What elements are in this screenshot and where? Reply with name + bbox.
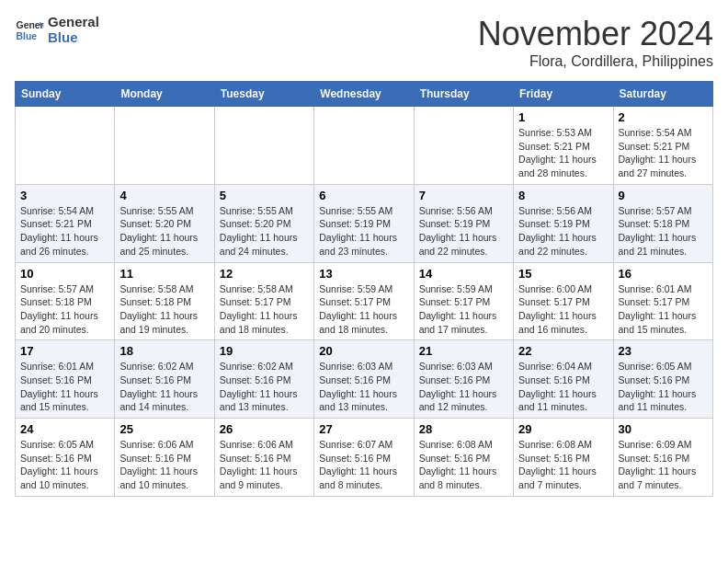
calendar-cell: 20Sunrise: 6:03 AM Sunset: 5:16 PM Dayli…	[314, 340, 414, 419]
calendar-cell	[314, 107, 414, 185]
day-info: Sunrise: 5:57 AM Sunset: 5:18 PM Dayligh…	[20, 282, 109, 337]
calendar-cell: 3Sunrise: 5:54 AM Sunset: 5:21 PM Daylig…	[16, 184, 115, 262]
calendar-cell: 8Sunrise: 5:56 AM Sunset: 5:19 PM Daylig…	[514, 184, 613, 262]
calendar-cell: 27Sunrise: 6:07 AM Sunset: 5:16 PM Dayli…	[314, 419, 414, 497]
day-info: Sunrise: 5:59 AM Sunset: 5:17 PM Dayligh…	[419, 282, 508, 337]
day-number: 24	[20, 422, 109, 436]
day-number: 1	[518, 110, 608, 124]
day-info: Sunrise: 6:09 AM Sunset: 5:16 PM Dayligh…	[619, 438, 708, 492]
day-number: 9	[619, 189, 708, 202]
day-info: Sunrise: 6:03 AM Sunset: 5:16 PM Dayligh…	[419, 360, 508, 414]
calendar-cell: 12Sunrise: 5:58 AM Sunset: 5:17 PM Dayli…	[214, 262, 313, 340]
calendar-cell: 21Sunrise: 6:03 AM Sunset: 5:16 PM Dayli…	[414, 340, 513, 419]
day-info: Sunrise: 5:57 AM Sunset: 5:18 PM Dayligh…	[619, 204, 708, 259]
day-number: 29	[518, 422, 608, 436]
calendar-cell: 6Sunrise: 5:55 AM Sunset: 5:19 PM Daylig…	[314, 184, 414, 262]
calendar-cell: 10Sunrise: 5:57 AM Sunset: 5:18 PM Dayli…	[16, 262, 115, 340]
logo-line1: General	[48, 15, 99, 30]
day-info: Sunrise: 6:02 AM Sunset: 5:16 PM Dayligh…	[119, 360, 209, 414]
day-info: Sunrise: 6:06 AM Sunset: 5:16 PM Dayligh…	[119, 438, 209, 492]
day-info: Sunrise: 6:05 AM Sunset: 5:16 PM Dayligh…	[20, 438, 109, 492]
location-label: Flora, Cordillera, Philippines	[478, 53, 713, 70]
calendar-week-row: 24Sunrise: 6:05 AM Sunset: 5:16 PM Dayli…	[16, 419, 713, 497]
calendar-week-row: 1Sunrise: 5:53 AM Sunset: 5:21 PM Daylig…	[16, 107, 713, 185]
day-number: 17	[20, 344, 109, 358]
day-info: Sunrise: 5:56 AM Sunset: 5:19 PM Dayligh…	[518, 204, 608, 259]
day-number: 12	[220, 267, 309, 281]
calendar-cell: 15Sunrise: 6:00 AM Sunset: 5:17 PM Dayli…	[514, 262, 613, 340]
day-info: Sunrise: 6:07 AM Sunset: 5:16 PM Dayligh…	[319, 438, 408, 492]
day-number: 30	[619, 422, 708, 436]
day-info: Sunrise: 5:59 AM Sunset: 5:17 PM Dayligh…	[319, 282, 408, 337]
calendar-cell: 14Sunrise: 5:59 AM Sunset: 5:17 PM Dayli…	[414, 262, 513, 340]
day-info: Sunrise: 6:06 AM Sunset: 5:16 PM Dayligh…	[220, 438, 309, 492]
calendar-cell: 29Sunrise: 6:08 AM Sunset: 5:16 PM Dayli…	[514, 419, 613, 497]
day-number: 23	[619, 344, 708, 358]
col-header-tuesday: Tuesday	[214, 82, 313, 107]
calendar-cell: 11Sunrise: 5:58 AM Sunset: 5:18 PM Dayli…	[115, 262, 214, 340]
logo: General Blue General Blue	[15, 15, 99, 45]
calendar-cell	[414, 107, 513, 185]
day-info: Sunrise: 6:05 AM Sunset: 5:16 PM Dayligh…	[619, 360, 708, 414]
calendar-cell: 9Sunrise: 5:57 AM Sunset: 5:18 PM Daylig…	[613, 184, 712, 262]
day-info: Sunrise: 5:55 AM Sunset: 5:20 PM Dayligh…	[220, 204, 309, 259]
calendar-week-row: 10Sunrise: 5:57 AM Sunset: 5:18 PM Dayli…	[16, 262, 713, 340]
calendar-cell: 19Sunrise: 6:02 AM Sunset: 5:16 PM Dayli…	[214, 340, 313, 419]
day-info: Sunrise: 5:53 AM Sunset: 5:21 PM Dayligh…	[518, 126, 608, 180]
day-number: 28	[419, 422, 508, 436]
day-info: Sunrise: 5:56 AM Sunset: 5:19 PM Dayligh…	[419, 204, 508, 259]
day-number: 20	[319, 344, 408, 358]
calendar-table: SundayMondayTuesdayWednesdayThursdayFrid…	[15, 81, 713, 497]
day-info: Sunrise: 6:08 AM Sunset: 5:16 PM Dayligh…	[518, 438, 608, 492]
day-info: Sunrise: 5:54 AM Sunset: 5:21 PM Dayligh…	[20, 204, 109, 259]
calendar-cell	[16, 107, 115, 185]
calendar-cell: 28Sunrise: 6:08 AM Sunset: 5:16 PM Dayli…	[414, 419, 513, 497]
day-number: 8	[518, 189, 608, 202]
day-info: Sunrise: 6:08 AM Sunset: 5:16 PM Dayligh…	[419, 438, 508, 492]
calendar-cell: 1Sunrise: 5:53 AM Sunset: 5:21 PM Daylig…	[514, 107, 613, 185]
day-info: Sunrise: 6:04 AM Sunset: 5:16 PM Dayligh…	[518, 360, 608, 414]
day-number: 21	[419, 344, 508, 358]
day-number: 19	[220, 344, 309, 358]
day-number: 5	[220, 189, 309, 202]
day-number: 11	[119, 267, 209, 281]
day-number: 22	[518, 344, 608, 358]
day-info: Sunrise: 5:58 AM Sunset: 5:17 PM Dayligh…	[220, 282, 309, 337]
day-info: Sunrise: 6:00 AM Sunset: 5:17 PM Dayligh…	[518, 282, 608, 337]
col-header-saturday: Saturday	[613, 82, 712, 107]
day-info: Sunrise: 5:58 AM Sunset: 5:18 PM Dayligh…	[119, 282, 209, 337]
day-number: 10	[20, 267, 109, 281]
month-title: November 2024	[478, 15, 713, 53]
calendar-cell: 30Sunrise: 6:09 AM Sunset: 5:16 PM Dayli…	[613, 419, 712, 497]
calendar-week-row: 3Sunrise: 5:54 AM Sunset: 5:21 PM Daylig…	[16, 184, 713, 262]
day-info: Sunrise: 5:55 AM Sunset: 5:19 PM Dayligh…	[319, 204, 408, 259]
calendar-cell: 13Sunrise: 5:59 AM Sunset: 5:17 PM Dayli…	[314, 262, 414, 340]
day-number: 25	[119, 422, 209, 436]
calendar-week-row: 17Sunrise: 6:01 AM Sunset: 5:16 PM Dayli…	[16, 340, 713, 419]
title-block: November 2024 Flora, Cordillera, Philipp…	[478, 15, 713, 70]
day-info: Sunrise: 6:02 AM Sunset: 5:16 PM Dayligh…	[220, 360, 309, 414]
day-info: Sunrise: 6:03 AM Sunset: 5:16 PM Dayligh…	[319, 360, 408, 414]
svg-text:Blue: Blue	[17, 30, 38, 40]
calendar-cell	[115, 107, 214, 185]
page-header: General Blue General Blue November 2024 …	[15, 15, 713, 70]
day-number: 16	[619, 267, 708, 281]
calendar-cell: 16Sunrise: 6:01 AM Sunset: 5:17 PM Dayli…	[613, 262, 712, 340]
calendar-cell: 23Sunrise: 6:05 AM Sunset: 5:16 PM Dayli…	[613, 340, 712, 419]
col-header-thursday: Thursday	[414, 82, 513, 107]
day-number: 3	[20, 189, 109, 202]
logo-icon: General Blue	[15, 16, 44, 45]
day-number: 26	[220, 422, 309, 436]
day-number: 2	[619, 110, 708, 124]
col-header-wednesday: Wednesday	[314, 82, 414, 107]
calendar-cell: 24Sunrise: 6:05 AM Sunset: 5:16 PM Dayli…	[16, 419, 115, 497]
calendar-cell: 2Sunrise: 5:54 AM Sunset: 5:21 PM Daylig…	[613, 107, 712, 185]
calendar-cell: 7Sunrise: 5:56 AM Sunset: 5:19 PM Daylig…	[414, 184, 513, 262]
day-info: Sunrise: 6:01 AM Sunset: 5:17 PM Dayligh…	[619, 282, 708, 337]
day-number: 27	[319, 422, 408, 436]
day-info: Sunrise: 5:55 AM Sunset: 5:20 PM Dayligh…	[119, 204, 209, 259]
calendar-cell	[214, 107, 313, 185]
day-number: 7	[419, 189, 508, 202]
calendar-cell: 4Sunrise: 5:55 AM Sunset: 5:20 PM Daylig…	[115, 184, 214, 262]
logo-line2: Blue	[48, 30, 99, 46]
